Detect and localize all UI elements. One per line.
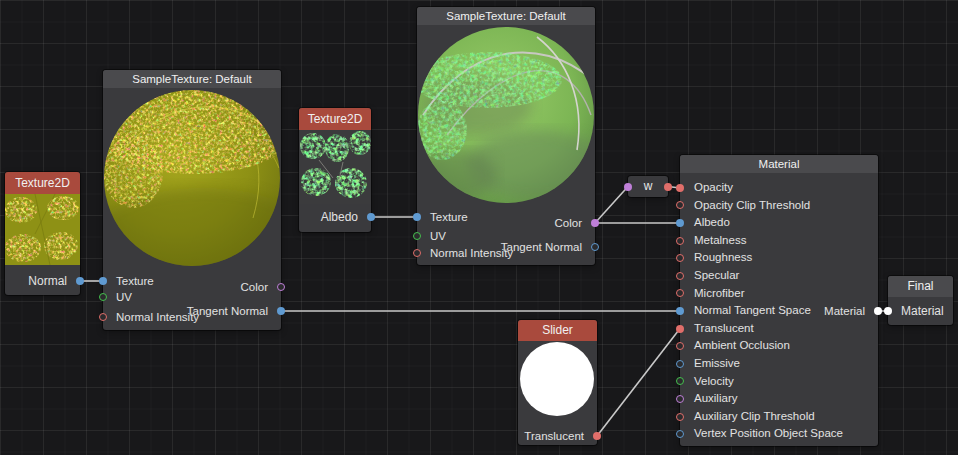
port-auxiliary-clip-threshold-input[interactable] — [676, 413, 684, 421]
port-material-output[interactable] — [874, 307, 882, 315]
port-roughness-input[interactable] — [676, 254, 684, 262]
output-row-color: Color — [555, 215, 595, 231]
port-translucent-output[interactable] — [593, 432, 601, 440]
node-swizzle-w[interactable]: w — [628, 176, 668, 197]
output-row-tangent-normal: Tangent Normal — [501, 239, 595, 255]
port-label: Color — [555, 217, 582, 229]
input-row-uv: UV — [417, 228, 446, 244]
input-row-specular: Specular — [680, 267, 878, 285]
port-metalness-input[interactable] — [676, 237, 684, 245]
port-final-material-input[interactable] — [884, 307, 892, 315]
wire-slider-to-translucent[interactable] — [597, 329, 680, 437]
node-texture2d-albedo[interactable]: Texture2D Albedo — [299, 108, 371, 232]
input-row-emissive: Emissive — [680, 355, 878, 373]
input-row-normal-intensity: Normal Intensity — [103, 309, 199, 325]
node-sampletexture-albedo[interactable]: SampleTexture: Default Texture UV — [417, 7, 595, 265]
texture-preview-albedo — [299, 130, 371, 204]
node-slider[interactable]: Slider Translucent — [518, 320, 597, 445]
input-row-microfiber: Microfiber — [680, 285, 878, 303]
input-row-ambient-occlusion: Ambient Occlusion — [680, 337, 878, 355]
port-microfiber-input[interactable] — [676, 289, 684, 297]
output-row-albedo: Albedo — [321, 209, 371, 225]
input-row-albedo: Albedo — [680, 214, 878, 232]
slider-preview — [520, 342, 594, 416]
input-row-auxiliary-clip-threshold: Auxiliary Clip Threshold — [680, 408, 878, 426]
port-label: Translucent — [524, 430, 584, 442]
port-label: Tangent Normal — [501, 241, 582, 253]
input-row-metalness: Metalness — [680, 232, 878, 250]
port-label: Material — [824, 305, 865, 317]
sphere-preview-normal — [103, 88, 281, 270]
input-row-auxiliary: Auxiliary — [680, 390, 878, 408]
input-row-translucent: Translucent — [680, 320, 878, 338]
port-label: Normal — [28, 274, 67, 288]
port-tangent-normal-output[interactable] — [591, 243, 599, 251]
node-header[interactable]: Texture2D — [299, 108, 371, 130]
port-label: Color — [241, 281, 268, 293]
node-header[interactable]: SampleTexture: Default — [103, 70, 281, 88]
port-label: Texture — [116, 275, 154, 287]
input-row-texture: Texture — [103, 273, 154, 289]
port-velocity-input[interactable] — [676, 377, 684, 385]
output-row-tangent-normal: Tangent Normal — [187, 303, 281, 319]
wire-color-to-swizzle[interactable] — [595, 187, 628, 224]
output-row-material: Material — [824, 303, 878, 319]
port-albedo-input[interactable] — [676, 219, 684, 227]
port-albedo-output[interactable] — [367, 213, 375, 221]
port-swizzle-input[interactable] — [624, 183, 632, 191]
node-header[interactable]: Slider — [518, 320, 597, 341]
port-label: Albedo — [321, 210, 358, 224]
port-label: UV — [116, 291, 132, 303]
port-label: Material — [901, 304, 944, 318]
port-auxiliary-input[interactable] — [676, 395, 684, 403]
port-texture-input[interactable] — [413, 213, 421, 221]
port-texture-input[interactable] — [99, 277, 107, 285]
texture-preview-normal — [5, 194, 80, 265]
output-row-normal: Normal — [28, 273, 80, 289]
output-row-translucent: Translucent — [524, 428, 597, 444]
port-color-output[interactable] — [591, 219, 599, 227]
port-uv-input[interactable] — [413, 232, 421, 240]
port-normal-tangent-space-input[interactable] — [676, 307, 684, 315]
port-tangent-normal-output[interactable] — [277, 307, 285, 315]
output-row-color: Color — [241, 279, 281, 295]
port-translucent-input[interactable] — [676, 325, 684, 333]
input-row-texture: Texture — [417, 209, 468, 225]
input-row-normal-intensity: Normal Intensity — [417, 245, 513, 261]
port-normal-intensity-input[interactable] — [99, 313, 107, 321]
port-vertex-position-object-space-input[interactable] — [676, 430, 684, 438]
port-swizzle-output[interactable] — [664, 183, 672, 191]
port-color-output[interactable] — [277, 283, 285, 291]
port-uv-input[interactable] — [99, 293, 107, 301]
port-label: UV — [430, 230, 446, 242]
port-label: Texture — [430, 211, 468, 223]
port-opacity-clip-threshold-input[interactable] — [676, 201, 684, 209]
swizzle-label: w — [644, 179, 653, 193]
port-label: Tangent Normal — [187, 305, 268, 317]
input-row-velocity: Velocity — [680, 373, 878, 391]
node-header[interactable]: SampleTexture: Default — [417, 7, 595, 25]
node-material[interactable]: Material Opacity Opacity Clip Threshold … — [680, 155, 878, 446]
node-texture2d-normal[interactable]: Texture2D Normal — [5, 172, 80, 295]
input-row-roughness: Roughness — [680, 249, 878, 267]
input-row-vertex-position-object-space: Vertex Position Object Space — [680, 425, 878, 443]
input-row-opacity: Opacity — [680, 179, 878, 197]
port-normal-intensity-input[interactable] — [413, 249, 421, 257]
port-specular-input[interactable] — [676, 272, 684, 280]
port-normal-output[interactable] — [76, 277, 84, 285]
input-row-uv: UV — [103, 289, 132, 305]
port-emissive-input[interactable] — [676, 360, 684, 368]
input-row-material: Material — [888, 303, 944, 319]
port-ambient-occlusion-input[interactable] — [676, 342, 684, 350]
sphere-preview-albedo — [417, 25, 595, 207]
node-graph-canvas[interactable]: Texture2D Normal SampleTexture: Default — [0, 0, 958, 455]
node-header[interactable]: Texture2D — [5, 172, 80, 194]
input-row-opacity-clip-threshold: Opacity Clip Threshold — [680, 197, 878, 215]
node-header[interactable]: Material — [680, 155, 878, 173]
port-opacity-input[interactable] — [676, 184, 684, 192]
node-sampletexture-normal[interactable]: SampleTexture: Default Texture UV Normal… — [103, 70, 281, 330]
node-header[interactable]: Final — [888, 276, 953, 297]
node-final[interactable]: Final Material — [888, 276, 953, 325]
